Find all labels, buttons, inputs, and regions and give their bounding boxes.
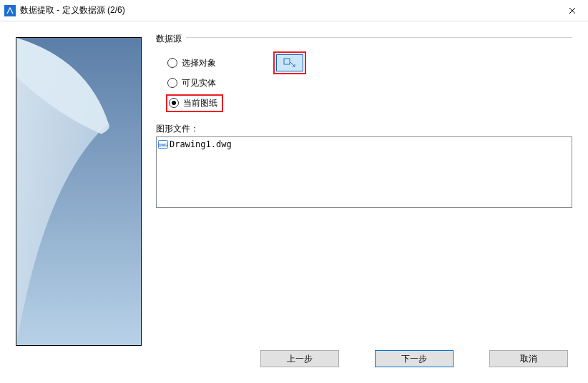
- select-objects-button[interactable]: [276, 54, 303, 71]
- svg-text:DWG: DWG: [159, 143, 167, 147]
- window-title: 数据提取 - 定义数据源 (2/6): [20, 4, 556, 16]
- dialog-content: 数据源 选择对象 可见实体: [0, 21, 588, 383]
- radio-current-drawing[interactable]: [169, 98, 179, 108]
- cancel-button[interactable]: 取消: [489, 350, 568, 367]
- file-item[interactable]: DWG Drawing1.dwg: [158, 139, 570, 150]
- dwg-file-icon: DWG: [158, 140, 168, 149]
- wizard-buttons: 上一步 下一步 取消: [260, 350, 568, 367]
- radio-visible-entities-row: 可见实体: [156, 73, 572, 93]
- radio-current-drawing-label: 当前图纸: [183, 97, 217, 109]
- radio-select-objects[interactable]: [167, 58, 177, 68]
- datasource-group-label: 数据源: [156, 33, 186, 45]
- radio-visible-entities-label: 可见实体: [182, 77, 216, 89]
- right-pane: 数据源 选择对象 可见实体: [142, 37, 572, 376]
- prev-button[interactable]: 上一步: [260, 350, 339, 367]
- close-button[interactable]: [556, 0, 588, 21]
- drawing-files-list[interactable]: DWG Drawing1.dwg: [156, 136, 572, 208]
- app-icon: [4, 5, 16, 16]
- next-button[interactable]: 下一步: [375, 350, 454, 367]
- select-objects-button-highlight: [273, 51, 306, 74]
- wizard-preview-image: [16, 37, 142, 346]
- svg-rect-1: [284, 59, 290, 64]
- file-item-name: Drawing1.dwg: [170, 139, 232, 149]
- titlebar: 数据提取 - 定义数据源 (2/6): [0, 0, 588, 21]
- radio-current-drawing-highlight: 当前图纸: [166, 94, 223, 112]
- radio-current-drawing-row: 当前图纸: [156, 93, 572, 113]
- radio-visible-entities[interactable]: [167, 78, 177, 88]
- datasource-group: 数据源 选择对象 可见实体: [156, 37, 572, 117]
- radio-select-objects-row: 选择对象: [156, 53, 572, 73]
- drawing-files-label: 图形文件：: [156, 123, 572, 135]
- radio-select-objects-label: 选择对象: [182, 57, 216, 69]
